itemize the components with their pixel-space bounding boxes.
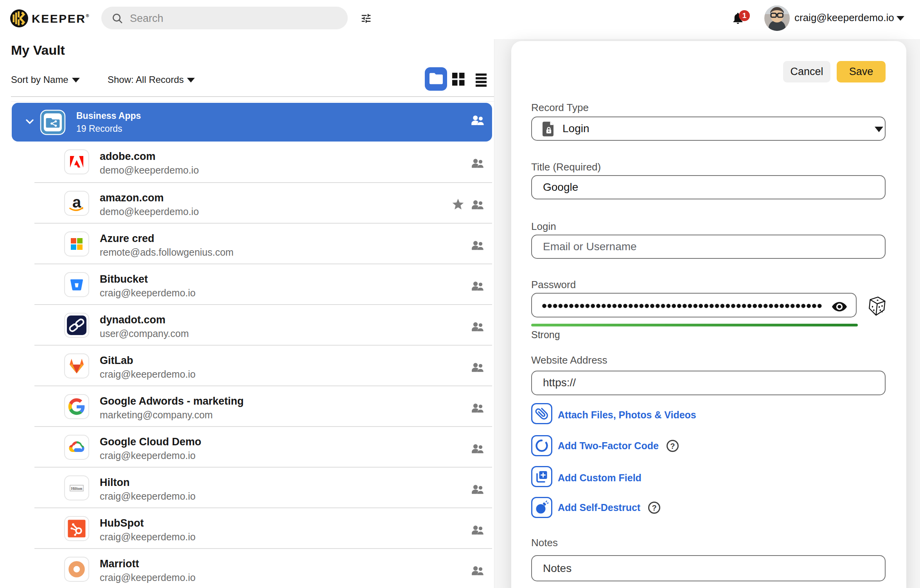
- svg-text:a: a: [72, 194, 81, 211]
- svg-text:Hilton: Hilton: [71, 486, 83, 491]
